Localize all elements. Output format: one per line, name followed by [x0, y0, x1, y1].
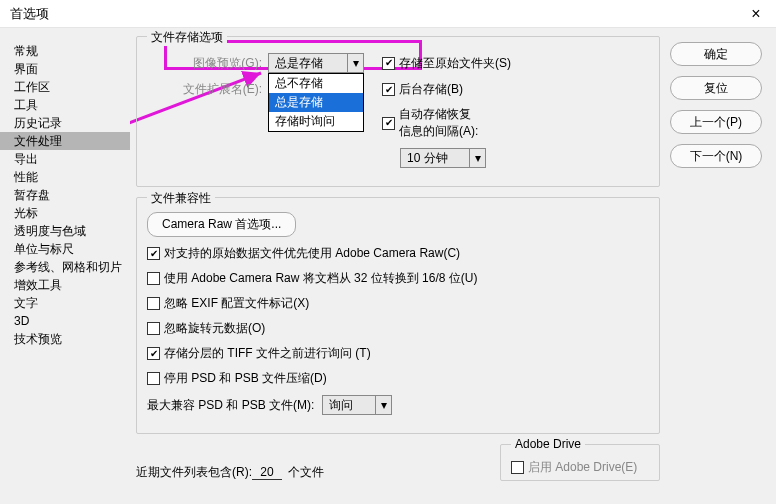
- group-file-compat: 文件兼容性 Camera Raw 首选项... 对支持的原始数据文件优先使用 A…: [136, 197, 660, 434]
- image-preview-options-list: 总不存储 总是存储 存储时询问: [268, 73, 364, 132]
- reset-button[interactable]: 复位: [670, 76, 762, 100]
- sidebar-item-transparency[interactable]: 透明度与色域: [0, 222, 130, 240]
- group-file-save: 文件存储选项 图像预览(G): 总是存储 ▾ 总不存储 总是存储 存储时询问 存…: [136, 36, 660, 187]
- sidebar-item-tools[interactable]: 工具: [0, 96, 130, 114]
- sidebar-item-export[interactable]: 导出: [0, 150, 130, 168]
- prev-button[interactable]: 上一个(P): [670, 110, 762, 134]
- image-preview-label: 图像预览(G):: [147, 55, 262, 72]
- sidebar-item-guides[interactable]: 参考线、网格和切片: [0, 258, 130, 276]
- row-file-ext: 文件扩展名(E): 后台存储(B): [147, 81, 649, 98]
- row-cr-priority: 对支持的原始数据文件优先使用 Adobe Camera Raw(C): [147, 245, 649, 262]
- recent-files-input[interactable]: [252, 465, 282, 480]
- sidebar-item-3d[interactable]: 3D: [0, 312, 130, 330]
- max-compat-label: 最大兼容 PSD 和 PSB 文件(M):: [147, 397, 314, 414]
- cr-16to8-checkbox[interactable]: [147, 272, 160, 285]
- ignore-rotate-checkbox[interactable]: [147, 322, 160, 335]
- sidebar-item-workspace[interactable]: 工作区: [0, 78, 130, 96]
- title-bar: 首选项 ×: [0, 0, 776, 28]
- auto-recover-checkbox[interactable]: [382, 117, 395, 130]
- save-to-original-label: 存储至原始文件夹(S): [399, 55, 511, 72]
- save-to-original-checkbox[interactable]: [382, 57, 395, 70]
- disable-psd-checkbox[interactable]: [147, 372, 160, 385]
- background-save-checkbox[interactable]: [382, 83, 395, 96]
- ignore-exif-label: 忽略 EXIF 配置文件标记(X): [164, 295, 309, 312]
- row-ignore-exif: 忽略 EXIF 配置文件标记(X): [147, 295, 649, 312]
- sidebar-item-performance[interactable]: 性能: [0, 168, 130, 186]
- sidebar-item-general[interactable]: 常规: [0, 42, 130, 60]
- group-title-file-save: 文件存储选项: [147, 29, 227, 46]
- image-preview-option-2[interactable]: 存储时询问: [269, 112, 363, 131]
- adobe-drive-checkbox[interactable]: [511, 461, 524, 474]
- sidebar: 常规 界面 工作区 工具 历史记录 文件处理 导出 性能 暂存盘 光标 透明度与…: [0, 28, 130, 504]
- row-cr-16to8: 使用 Adobe Camera Raw 将文档从 32 位转换到 16/8 位(…: [147, 270, 649, 287]
- chevron-down-icon: ▾: [375, 396, 391, 414]
- auto-recover-interval-value: 10 分钟: [401, 150, 469, 167]
- camera-raw-prefs-button[interactable]: Camera Raw 首选项...: [147, 212, 296, 237]
- recent-files-label: 近期文件列表包含(R):: [136, 464, 252, 481]
- row-ignore-rotate: 忽略旋转元数据(O): [147, 320, 649, 337]
- ask-tiff-checkbox[interactable]: [147, 347, 160, 360]
- row-image-preview: 图像预览(G): 总是存储 ▾ 总不存储 总是存储 存储时询问 存储至原始文件夹…: [147, 53, 649, 73]
- image-preview-option-1[interactable]: 总是存储: [269, 93, 363, 112]
- ask-tiff-label: 存储分层的 TIFF 文件之前进行询问 (T): [164, 345, 371, 362]
- sidebar-item-type[interactable]: 文字: [0, 294, 130, 312]
- chevron-down-icon: ▾: [469, 149, 485, 167]
- main: 常规 界面 工作区 工具 历史记录 文件处理 导出 性能 暂存盘 光标 透明度与…: [0, 28, 776, 504]
- group-adobe-drive: Adobe Drive 启用 Adobe Drive(E): [500, 444, 660, 481]
- max-compat-dropdown[interactable]: 询问 ▾: [322, 395, 392, 415]
- group-title-adobe-drive: Adobe Drive: [511, 437, 585, 451]
- sidebar-item-history[interactable]: 历史记录: [0, 114, 130, 132]
- row-camera-raw-btn: Camera Raw 首选项...: [147, 212, 649, 237]
- background-save-label: 后台存储(B): [399, 81, 463, 98]
- right-buttons: 确定 复位 上一个(P) 下一个(N): [666, 28, 776, 504]
- sidebar-item-interface[interactable]: 界面: [0, 60, 130, 78]
- auto-recover-interval-dropdown[interactable]: 10 分钟 ▾: [400, 148, 486, 168]
- group-title-file-compat: 文件兼容性: [147, 190, 215, 207]
- file-ext-label: 文件扩展名(E):: [147, 81, 262, 98]
- next-button[interactable]: 下一个(N): [670, 144, 762, 168]
- ok-button[interactable]: 确定: [670, 42, 762, 66]
- row-adobe-drive: 启用 Adobe Drive(E): [511, 459, 649, 476]
- sidebar-item-scratch[interactable]: 暂存盘: [0, 186, 130, 204]
- content: 文件存储选项 图像预览(G): 总是存储 ▾ 总不存储 总是存储 存储时询问 存…: [130, 28, 666, 504]
- close-icon[interactable]: ×: [746, 5, 766, 23]
- adobe-drive-label: 启用 Adobe Drive(E): [528, 459, 637, 476]
- cr-priority-checkbox[interactable]: [147, 247, 160, 260]
- sidebar-item-file-handling[interactable]: 文件处理: [0, 132, 130, 150]
- row-recent-files: 近期文件列表包含(R): 个文件: [136, 464, 500, 481]
- cr-16to8-label: 使用 Adobe Camera Raw 将文档从 32 位转换到 16/8 位(…: [164, 270, 477, 287]
- disable-psd-label: 停用 PSD 和 PSB 文件压缩(D): [164, 370, 327, 387]
- image-preview-dropdown[interactable]: 总是存储 ▾ 总不存储 总是存储 存储时询问: [268, 53, 364, 73]
- max-compat-value: 询问: [323, 397, 375, 414]
- sidebar-item-units[interactable]: 单位与标尺: [0, 240, 130, 258]
- sidebar-item-plugins[interactable]: 增效工具: [0, 276, 130, 294]
- sidebar-item-techpreview[interactable]: 技术预览: [0, 330, 130, 348]
- row-max-compat: 最大兼容 PSD 和 PSB 文件(M): 询问 ▾: [147, 395, 649, 415]
- recent-files-unit: 个文件: [288, 464, 324, 481]
- row-auto-recover: 自动存储恢复 信息的间隔(A):: [147, 106, 649, 140]
- image-preview-value: 总是存储: [269, 55, 347, 72]
- cr-priority-label: 对支持的原始数据文件优先使用 Adobe Camera Raw(C): [164, 245, 460, 262]
- row-auto-recover-interval: 10 分钟 ▾: [400, 148, 649, 168]
- row-ask-tiff: 存储分层的 TIFF 文件之前进行询问 (T): [147, 345, 649, 362]
- ignore-exif-checkbox[interactable]: [147, 297, 160, 310]
- ignore-rotate-label: 忽略旋转元数据(O): [164, 320, 265, 337]
- image-preview-option-0[interactable]: 总不存储: [269, 74, 363, 93]
- auto-recover-label: 自动存储恢复 信息的间隔(A):: [399, 106, 478, 140]
- row-disable-psd: 停用 PSD 和 PSB 文件压缩(D): [147, 370, 649, 387]
- window-title: 首选项: [10, 5, 49, 23]
- sidebar-item-cursor[interactable]: 光标: [0, 204, 130, 222]
- chevron-down-icon: ▾: [347, 54, 363, 72]
